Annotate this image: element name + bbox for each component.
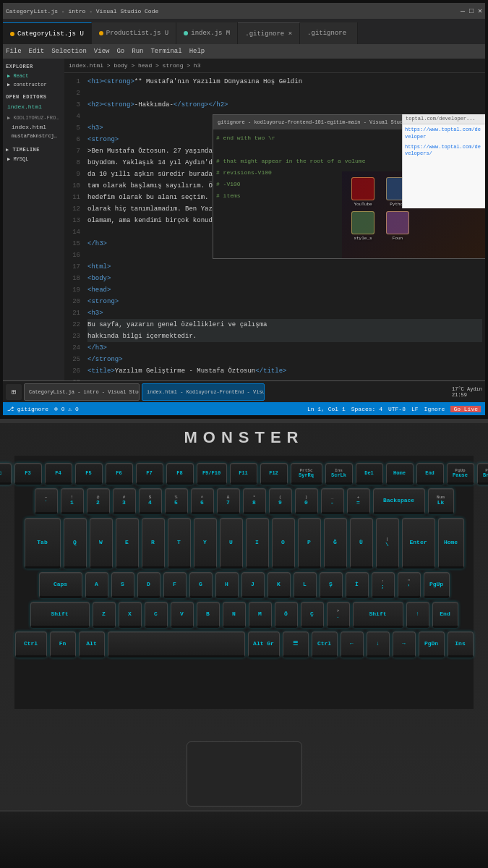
key-f6[interactable]: F6 (106, 463, 133, 485)
key-g[interactable]: G (189, 572, 213, 598)
sidebar-indexhtml[interactable]: index.html (4, 102, 63, 111)
key-n[interactable]: N (223, 602, 246, 628)
key-pgup[interactable]: PgUp (424, 572, 450, 598)
key-semicolon[interactable]: :; (372, 572, 395, 598)
key-e[interactable]: E (116, 518, 139, 569)
key-pgdn-2[interactable]: PgDn (419, 631, 445, 658)
key-a[interactable]: A (85, 572, 108, 598)
key-y[interactable]: Y (194, 518, 217, 569)
key-f11[interactable]: F11 (230, 463, 257, 485)
menu-file[interactable]: File (6, 48, 22, 55)
key-0[interactable]: )0 (295, 488, 318, 514)
key-period[interactable]: >. (327, 602, 350, 628)
key-f8[interactable]: F8 (166, 463, 194, 485)
key-del[interactable]: Del (356, 463, 383, 485)
key-fn[interactable]: Fn (50, 631, 76, 658)
key-q[interactable]: Q (64, 518, 87, 569)
key-1[interactable]: !1 (61, 488, 84, 514)
tab-categorylist[interactable]: CategoryList.js U (3, 22, 92, 44)
key-h[interactable]: H (215, 572, 239, 598)
key-w[interactable]: W (90, 518, 113, 569)
key-ins[interactable]: InsScrLk (325, 463, 353, 485)
key-3[interactable]: #3 (113, 488, 136, 514)
key-enter[interactable]: Enter (402, 518, 435, 569)
key-alt-gr[interactable]: Alt Gr (248, 631, 280, 658)
key-arrow-up[interactable]: ↑ (406, 602, 429, 628)
key-f7[interactable]: F7 (136, 463, 163, 485)
key-o[interactable]: O (272, 518, 295, 569)
tab-gitignore1[interactable]: .gitignore × (238, 22, 300, 44)
key-numlock[interactable]: NumLk (428, 488, 454, 514)
key-quote[interactable]: "' (398, 572, 421, 598)
key-tab[interactable]: Tab (25, 518, 61, 569)
key-f9f10[interactable]: F9/F10 (197, 463, 227, 485)
key-k[interactable]: K (267, 572, 291, 598)
key-m[interactable]: M (249, 602, 272, 628)
menu-go[interactable]: Go (116, 48, 124, 55)
key-pgup-pause[interactable]: PgUpPause (447, 463, 474, 485)
key-pgdn-break[interactable]: PgDnBreak (477, 463, 489, 485)
key-caps[interactable]: Caps (39, 572, 82, 598)
key-t[interactable]: T (168, 518, 191, 569)
key-9[interactable]: (9 (269, 488, 292, 514)
key-ins-2[interactable]: Ins (448, 631, 474, 658)
touchpad[interactable] (187, 741, 302, 807)
status-go-live[interactable]: Go Live (450, 406, 481, 412)
key-b[interactable]: B (197, 602, 220, 628)
key-s-cedilla[interactable]: Ş (320, 572, 343, 598)
key-backslash[interactable]: |\ (376, 518, 399, 569)
key-c-cedilla[interactable]: Ç (301, 602, 324, 628)
key-left-alt[interactable]: Alt (79, 631, 105, 658)
key-x[interactable]: X (119, 602, 142, 628)
key-j[interactable]: J (241, 572, 265, 598)
key-right-ctrl[interactable]: Ctrl (312, 631, 338, 658)
menu-run[interactable]: Run (132, 48, 143, 55)
key-u-uml[interactable]: Ü (350, 518, 373, 569)
key-p[interactable]: P (298, 518, 321, 569)
key-backtick[interactable]: ~` (35, 488, 58, 514)
key-arrow-right[interactable]: → (393, 631, 416, 658)
key-numpad-home[interactable]: Home (438, 518, 464, 569)
taskbar-item-vscode1[interactable]: CategoryList.ja - intro - Visual Studio … (24, 383, 140, 401)
key-end[interactable]: End (416, 463, 444, 485)
key-6[interactable]: ^6 (191, 488, 214, 514)
key-left-ctrl[interactable]: Ctrl (15, 631, 47, 658)
key-2[interactable]: @2 (87, 488, 110, 514)
key-u[interactable]: U (220, 518, 243, 569)
key-f12[interactable]: F12 (260, 463, 288, 485)
key-l[interactable]: L (294, 572, 317, 598)
key-esc[interactable]: Esc (0, 463, 12, 485)
start-button[interactable]: ⊞ (6, 384, 22, 400)
key-minus[interactable]: _- (321, 488, 344, 514)
key-equals[interactable]: += (347, 488, 370, 514)
key-d[interactable]: D (137, 572, 160, 598)
key-menu[interactable]: ☰ (283, 631, 309, 658)
key-backspace[interactable]: Backspace (373, 488, 425, 514)
key-s[interactable]: S (111, 572, 134, 598)
key-5[interactable]: %5 (165, 488, 188, 514)
key-v[interactable]: V (171, 602, 194, 628)
key-8[interactable]: *8 (243, 488, 266, 514)
key-f[interactable]: F (163, 572, 187, 598)
key-prtsc[interactable]: PrtScSyrRq (291, 463, 322, 485)
menu-edit[interactable]: Edit (29, 48, 45, 55)
sidebar-file-img[interactable]: mustafaknstrcjpg (4, 132, 63, 140)
key-end[interactable]: End (432, 602, 458, 628)
key-space[interactable] (108, 631, 245, 658)
key-4[interactable]: $4 (139, 488, 162, 514)
key-f3[interactable]: F3 (14, 463, 42, 485)
key-c[interactable]: C (145, 602, 168, 628)
key-f4[interactable]: F4 (45, 463, 72, 485)
menu-view[interactable]: View (94, 48, 110, 55)
menu-selection[interactable]: Selection (51, 48, 87, 55)
taskbar-item-vscode2[interactable]: index.html - Kodluyoruz-FrontEnd - Visua… (142, 383, 265, 401)
key-arrow-left[interactable]: ← (341, 631, 364, 658)
tab-indexjs[interactable]: index.js M (176, 22, 238, 44)
key-o-uml[interactable]: Ö (275, 602, 298, 628)
window-controls[interactable]: — □ ✕ (461, 7, 482, 15)
tab-productlist[interactable]: ProductList.js U (92, 22, 176, 44)
tab-gitignore2[interactable]: .gitignore (300, 22, 358, 44)
key-z[interactable]: Z (93, 602, 116, 628)
key-left-shift[interactable]: Shift (30, 602, 90, 628)
key-i-dot[interactable]: İ (346, 572, 369, 598)
